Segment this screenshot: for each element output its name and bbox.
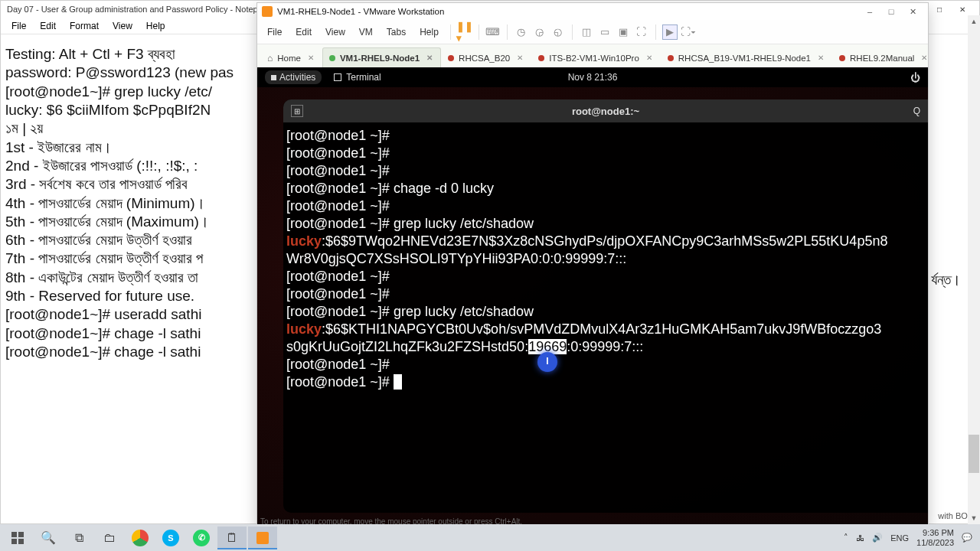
view-console-button[interactable]: ▣ — [616, 24, 631, 40]
tab-close-button[interactable]: ✕ — [517, 54, 523, 62]
tray-volume-icon[interactable]: 🔊 — [872, 533, 883, 543]
activities-icon — [271, 75, 276, 80]
start-button[interactable] — [3, 527, 32, 549]
vmware-toolbar: File Edit View VM Tabs Help ❚❚ ▾ ⌨ ◷ ◶ ◵… — [257, 20, 928, 44]
terminal-prompt-line: [root@node1 ~]# — [286, 162, 925, 180]
vmware-icon — [256, 532, 269, 544]
scrollbar-down-arrow[interactable]: ▼ — [968, 512, 980, 524]
terminal-new-tab-button[interactable]: ⊞ — [291, 105, 303, 117]
terminal-output-line: s0gKrUuGojtZI2LhqZFk3u2FZSHstd50:19669:0… — [286, 338, 925, 356]
taskbar-whatsapp-button[interactable]: ✆ — [187, 527, 216, 549]
terminal-search-button[interactable]: Q — [913, 106, 920, 116]
tray-notifications-button[interactable]: 💬 — [962, 533, 972, 543]
notepad-maximize-button[interactable]: □ — [929, 2, 950, 16]
system-tray: ˄ 🖧 🔊 ENG 9:36 PM 11/8/2023 💬 — [844, 528, 977, 546]
gnome-activities-button[interactable]: Activities — [265, 70, 322, 84]
terminal-icon — [334, 73, 341, 81]
terminal-output-line: Wr8V0gjsQC7XSsHSOLI9TYpYHii93PA0:0:0:999… — [286, 250, 925, 268]
taskbar-search-button[interactable]: 🔍 — [34, 527, 63, 549]
gnome-app-menu[interactable]: Terminal — [334, 72, 381, 83]
terminal-command-line: [root@node1 ~]# grep lucky /etc/shadow — [286, 215, 925, 233]
notepad-close-button[interactable]: ✕ — [952, 2, 973, 16]
whatsapp-icon: ✆ — [193, 530, 210, 546]
vmware-menu-file[interactable]: File — [262, 24, 287, 40]
view-fullscreen-button[interactable]: ⛶ — [634, 24, 649, 40]
pause-vm-button[interactable]: ❚❚ ▾ — [457, 24, 472, 40]
taskbar-explorer-button[interactable]: 🗀 — [95, 527, 124, 549]
vmware-menu-help[interactable]: Help — [414, 24, 444, 40]
gnome-desktop: ⊞ root@node1:~ Q [root@node1 ~]# [root@n… — [257, 87, 928, 527]
vmware-tab[interactable]: RHCSA_B20✕ — [441, 47, 531, 67]
gnome-system-tray[interactable]: ⏻ — [910, 72, 920, 83]
gnome-clock[interactable]: Nov 8 21:36 — [568, 72, 618, 83]
stretch-guest-button[interactable]: ⛶▾ — [681, 24, 696, 40]
tab-close-button[interactable]: ✕ — [921, 54, 927, 62]
vmware-close-button[interactable]: ✕ — [902, 4, 923, 19]
vmware-menu-edit[interactable]: Edit — [290, 24, 317, 40]
vmware-tab-active[interactable]: VM1-RHEL9-Node1✕ — [322, 47, 441, 67]
svg-rect-3 — [18, 539, 24, 544]
terminal-output-line: lucky:$6$9TWqo2HNEVd23E7N$3Xz8cNSGhydPs/… — [286, 233, 925, 250]
terminal-titlebar[interactable]: ⊞ root@node1:~ Q — [283, 99, 928, 122]
tray-language-indicator[interactable]: ENG — [890, 533, 909, 543]
tab-close-button[interactable]: ✕ — [426, 54, 433, 62]
taskbar-skype-button[interactable]: S — [156, 527, 185, 549]
terminal-prompt-line: [root@node1 ~]# — [286, 285, 925, 303]
svg-rect-1 — [18, 532, 24, 537]
vmware-tab[interactable]: RHEL9.2Manual✕ — [832, 47, 928, 67]
notepad-menu-format[interactable]: Format — [64, 19, 105, 33]
taskbar-taskview-button[interactable]: ⧉ — [64, 527, 93, 549]
tray-date: 11/8/2023 — [916, 538, 954, 547]
tab-close-button[interactable]: ✕ — [818, 54, 824, 62]
send-ctrl-alt-del-button[interactable]: ⌨ — [485, 24, 501, 40]
tray-chevron-button[interactable]: ˄ — [844, 533, 848, 543]
vmware-tab[interactable]: RHCSA_B19-VM1-RHEL9-Node1✕ — [661, 47, 832, 67]
vm-stopped-icon — [448, 55, 454, 61]
gnome-terminal-window: ⊞ root@node1:~ Q [root@node1 ~]# [root@n… — [283, 99, 928, 513]
terminal-prompt-line: [root@node1 ~]# — [286, 268, 925, 285]
notepad-overflow-text: র্যন্ত। — [931, 271, 961, 289]
taskbar-chrome-button[interactable] — [126, 527, 155, 549]
snapshot-manager-button[interactable]: ◵ — [550, 24, 566, 40]
vmware-title: VM1-RHEL9-Node1 - VMware Workstation — [277, 7, 444, 16]
home-icon: ⌂ — [267, 53, 273, 64]
tab-close-button[interactable]: ✕ — [308, 54, 314, 62]
vmware-minimize-button[interactable]: – — [859, 4, 880, 19]
svg-rect-0 — [11, 532, 17, 537]
notepad-menu-view[interactable]: View — [106, 19, 139, 33]
quick-switch-button[interactable]: ▶ — [662, 24, 678, 40]
terminal-command-line: [root@node1 ~]# grep lucky /etc/shadow — [286, 303, 925, 321]
vm-stopped-icon — [668, 55, 674, 61]
notepad-menu-edit[interactable]: Edit — [34, 19, 62, 33]
snapshot-revert-button[interactable]: ◶ — [532, 24, 547, 40]
terminal-cursor — [394, 374, 402, 390]
vmware-titlebar[interactable]: VM1-RHEL9-Node1 - VMware Workstation – □… — [257, 3, 928, 20]
taskbar-vmware-button[interactable] — [248, 527, 277, 549]
tray-time: 9:36 PM — [916, 528, 954, 537]
tab-close-button[interactable]: ✕ — [646, 54, 652, 62]
vmware-tab-home[interactable]: ⌂Home✕ — [260, 47, 322, 67]
vmware-menu-view[interactable]: View — [320, 24, 351, 40]
view-split-button[interactable]: ◫ — [579, 24, 594, 40]
tray-network-icon[interactable]: 🖧 — [856, 533, 864, 543]
taskbar-notepad-button[interactable]: 🗒 — [217, 527, 247, 549]
terminal-prompt-line: [root@node1 ~]# — [286, 356, 925, 373]
gnome-topbar: Activities Terminal Nov 8 21:36 ⏻ — [257, 67, 928, 87]
windows-taskbar: 🔍 ⧉ 🗀 S ✆ 🗒 ˄ 🖧 🔊 ENG 9:36 PM 11/8/2023 … — [0, 524, 980, 551]
vmware-menu-tabs[interactable]: Tabs — [381, 24, 411, 40]
terminal-body[interactable]: [root@node1 ~]# [root@node1 ~]# [root@no… — [283, 122, 928, 513]
vmware-tab[interactable]: ITS-B2-VM1-Win10Pro✕ — [531, 47, 661, 67]
notepad-menu-file[interactable]: File — [5, 19, 32, 33]
tray-clock[interactable]: 9:36 PM 11/8/2023 — [916, 528, 954, 546]
vmware-maximize-button[interactable]: □ — [880, 4, 902, 19]
view-unity-button[interactable]: ▭ — [597, 24, 612, 40]
vmware-menu-vm[interactable]: VM — [354, 24, 378, 40]
scrollbar-thumb[interactable] — [969, 435, 979, 473]
terminal-cursor-line: [root@node1 ~]# — [286, 373, 925, 391]
terminal-title: root@node1:~ — [572, 106, 639, 117]
terminal-prompt-line: [root@node1 ~]# — [286, 127, 925, 145]
snapshot-button[interactable]: ◷ — [514, 24, 529, 40]
notepad-menu-help[interactable]: Help — [140, 19, 172, 33]
notepad-scrollbar[interactable]: ▲ ▼ — [968, 15, 980, 524]
scrollbar-up-arrow[interactable]: ▲ — [968, 15, 980, 28]
